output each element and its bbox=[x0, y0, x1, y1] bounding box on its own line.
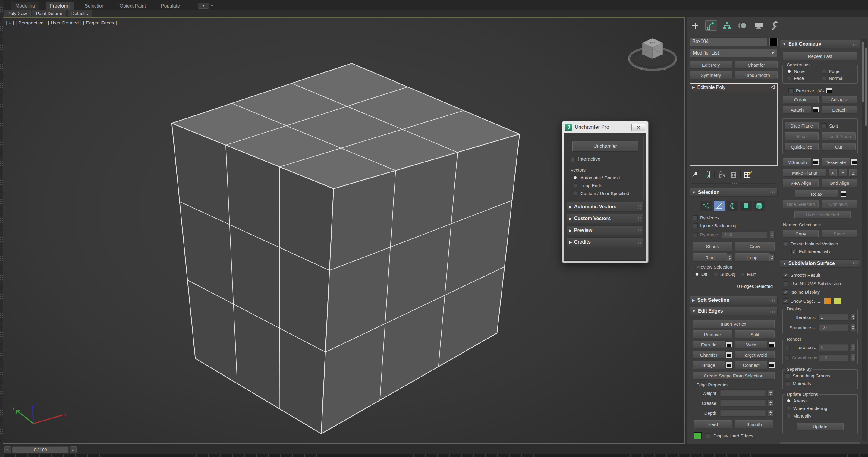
planar-z-button[interactable]: Z bbox=[849, 169, 857, 177]
shrink-button[interactable]: Shrink bbox=[692, 242, 732, 251]
weight-spinner[interactable] bbox=[768, 390, 773, 397]
paste-button[interactable]: Paste bbox=[822, 230, 857, 238]
tessellate-settings-icon[interactable] bbox=[851, 159, 857, 165]
hard-button[interactable]: Hard bbox=[694, 420, 732, 428]
cut-button[interactable]: Cut bbox=[822, 143, 856, 151]
rollout-divider[interactable] bbox=[691, 183, 776, 186]
ignore-backfacing-checkbox[interactable] bbox=[692, 223, 698, 228]
preserve-uvs-checkbox[interactable] bbox=[788, 88, 794, 93]
attach-settings-icon[interactable] bbox=[813, 107, 818, 113]
tab-populate[interactable]: Populate bbox=[156, 2, 184, 10]
slice-plane-button[interactable]: Slice Plane bbox=[784, 122, 818, 130]
by-angle-checkbox[interactable] bbox=[692, 232, 698, 237]
next-frame-button[interactable]: > bbox=[70, 447, 76, 453]
time-slider[interactable]: 0 / 100 bbox=[12, 447, 69, 453]
connect-settings-icon[interactable] bbox=[769, 362, 775, 368]
depth-field[interactable] bbox=[720, 409, 766, 417]
preview-off-radio[interactable] bbox=[695, 272, 699, 276]
bridge-settings-icon[interactable] bbox=[726, 362, 732, 368]
viewcube-compass-n[interactable]: N bbox=[628, 57, 630, 61]
dialog-titlebar[interactable]: 3 Unchamfer Pro bbox=[564, 121, 647, 133]
full-interactivity-checkbox[interactable]: ✓ bbox=[792, 249, 797, 254]
chamfer-settings-icon[interactable] bbox=[726, 352, 732, 358]
constraint-normal-radio[interactable] bbox=[822, 76, 827, 81]
render-iterations-field[interactable]: 0 bbox=[818, 344, 848, 351]
tab-create[interactable] bbox=[689, 21, 701, 31]
constraint-none-radio[interactable] bbox=[787, 69, 792, 73]
update-always-radio[interactable] bbox=[786, 398, 791, 403]
selection-rollout-header[interactable]: ▼ Selection bbox=[689, 188, 778, 196]
chamfer-modifier-button[interactable]: Chamfer bbox=[735, 61, 778, 69]
render-smoothness-field[interactable]: 1.0 bbox=[818, 354, 848, 361]
panel-paint-deform[interactable]: Paint Deform bbox=[32, 10, 66, 17]
update-when-rendering-radio[interactable] bbox=[786, 406, 791, 410]
chamfer-button[interactable]: Chamfer bbox=[692, 351, 725, 359]
repeat-last-button[interactable]: Repeat Last bbox=[783, 52, 857, 60]
vector-loop-ends-radio[interactable] bbox=[573, 183, 578, 188]
grow-button[interactable]: Grow bbox=[735, 242, 775, 251]
planar-y-button[interactable]: Y bbox=[839, 169, 847, 177]
panel-scrollbar-left[interactable] bbox=[862, 38, 864, 441]
unhide-all-button[interactable]: Unhide All bbox=[822, 200, 857, 208]
symmetry-button[interactable]: Symmetry bbox=[689, 71, 732, 79]
target-weld-button[interactable]: Target Weld bbox=[735, 351, 775, 359]
ring-button[interactable]: Ring bbox=[692, 253, 727, 262]
by-angle-spinner[interactable] bbox=[770, 231, 775, 238]
constraint-edge-radio[interactable] bbox=[822, 69, 827, 73]
tab-motion[interactable] bbox=[737, 21, 748, 31]
panel-scrollbar-right[interactable] bbox=[864, 38, 867, 441]
interactive-checkbox[interactable] bbox=[570, 157, 576, 162]
detach-button[interactable]: Detach bbox=[822, 106, 857, 114]
edit-edges-header[interactable]: ▼ Edit Edges bbox=[689, 307, 778, 315]
modifier-list-dropdown[interactable]: Modifier List bbox=[689, 49, 778, 57]
show-end-result-icon[interactable] bbox=[705, 170, 711, 179]
configure-modifier-sets-icon[interactable] bbox=[744, 170, 753, 179]
msmooth-button[interactable]: MSmooth bbox=[783, 158, 811, 166]
show-end-result-marker-icon[interactable] bbox=[770, 85, 775, 90]
preserve-uvs-settings-icon[interactable] bbox=[827, 88, 832, 93]
polygon-mode-button[interactable] bbox=[740, 201, 752, 211]
stack-item-editable-poly[interactable]: ▶ Editable Poly bbox=[690, 83, 777, 91]
display-hard-edges-checkbox[interactable] bbox=[706, 433, 711, 438]
update-button[interactable]: Update bbox=[797, 423, 844, 430]
loop-button[interactable]: Loop bbox=[735, 253, 770, 262]
render-smoothness-checkbox[interactable] bbox=[784, 355, 789, 360]
relax-button[interactable]: Relax bbox=[795, 190, 838, 198]
by-angle-field[interactable]: 45.0 bbox=[721, 231, 767, 238]
viewcube-compass-e[interactable]: E bbox=[663, 66, 666, 70]
edit-geometry-header[interactable]: ▼ Edit Geometry bbox=[780, 40, 860, 48]
cage-color-swatch-1[interactable] bbox=[824, 298, 831, 304]
preview-multi-radio[interactable] bbox=[741, 272, 745, 276]
tab-modify[interactable] bbox=[705, 21, 717, 31]
smoothing-groups-checkbox[interactable] bbox=[785, 373, 790, 378]
hide-unselected-button[interactable]: Hide Unselected bbox=[795, 211, 850, 218]
tab-object-paint[interactable]: Object Paint bbox=[115, 2, 150, 10]
display-iterations-spinner[interactable] bbox=[851, 313, 856, 321]
vector-automatic-radio[interactable] bbox=[573, 176, 578, 180]
tab-selection[interactable]: Selection bbox=[80, 2, 109, 10]
rollout-preview[interactable]: ▶Preview bbox=[567, 225, 644, 235]
attach-button[interactable]: Attach bbox=[783, 106, 811, 114]
bridge-button[interactable]: Bridge bbox=[692, 361, 725, 369]
crease-field[interactable] bbox=[720, 399, 766, 407]
reset-plane-button[interactable]: Reset Plane bbox=[822, 132, 856, 140]
connect-button[interactable]: Connect bbox=[735, 361, 767, 369]
render-iterations-spinner[interactable] bbox=[851, 344, 856, 351]
edge-mode-button[interactable] bbox=[714, 201, 725, 211]
viewcube-compass-w[interactable]: W bbox=[639, 66, 643, 70]
loop-spinner[interactable] bbox=[770, 253, 775, 262]
tab-hierarchy[interactable] bbox=[721, 21, 733, 31]
view-align-button[interactable]: View Align bbox=[783, 179, 818, 187]
pin-stack-icon[interactable] bbox=[691, 171, 699, 179]
create-button[interactable]: Create bbox=[783, 96, 818, 103]
rollout-automatic-vectors[interactable]: ▶Automatic Vectors bbox=[567, 202, 644, 212]
rollout-credits[interactable]: ▶Credits bbox=[567, 237, 644, 247]
create-shape-button[interactable]: Create Shape From Selection bbox=[692, 372, 775, 379]
render-iterations-checkbox[interactable] bbox=[784, 345, 789, 350]
turbosmooth-button[interactable]: TurboSmooth bbox=[735, 71, 778, 79]
split-button[interactable]: Split bbox=[735, 330, 775, 338]
relax-settings-icon[interactable] bbox=[841, 191, 846, 196]
planar-x-button[interactable]: X bbox=[829, 169, 837, 177]
weld-settings-icon[interactable] bbox=[769, 342, 775, 347]
viewcube-compass-s[interactable]: S bbox=[674, 57, 677, 61]
